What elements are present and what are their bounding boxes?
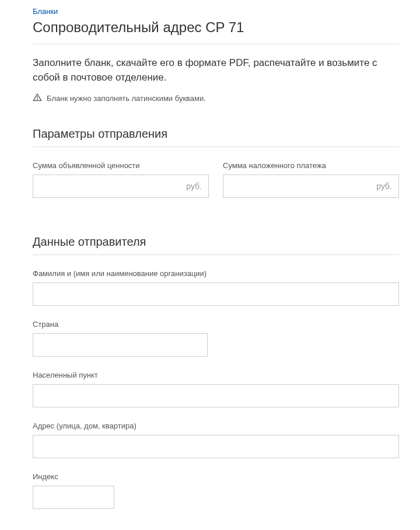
label-cod: Сумма наложенного платежа	[223, 161, 399, 170]
label-address: Адрес (улица, дом, квартира)	[33, 421, 399, 430]
label-country: Страна	[33, 320, 399, 329]
warning-icon	[33, 93, 42, 104]
instructions-text: Заполните бланк, скачайте его в формате …	[33, 56, 399, 85]
svg-point-1	[37, 99, 38, 100]
field-city: Населенный пункт	[33, 371, 399, 407]
field-declared-value: Сумма объявленной ценности руб.	[33, 161, 209, 198]
notice-text: Бланк нужно заполнять латинскими буквами…	[47, 94, 206, 103]
section-sender-title: Данные отправителя	[33, 235, 399, 255]
input-cod[interactable]	[223, 175, 399, 198]
input-name[interactable]	[33, 283, 399, 306]
input-city[interactable]	[33, 384, 399, 407]
input-declared-value[interactable]	[33, 175, 209, 198]
breadcrumb: Бланки	[33, 7, 399, 16]
label-name: Фамилия и (имя или наименование организа…	[33, 269, 399, 278]
section-shipping-title: Параметры отправления	[33, 127, 399, 147]
label-declared-value: Сумма объявленной ценности	[33, 161, 209, 170]
field-index: Индекс	[33, 472, 399, 509]
section-shipping: Параметры отправления Сумма объявленной …	[33, 127, 399, 212]
page-title: Сопроводительный адрес CP 71	[33, 19, 399, 44]
label-index: Индекс	[33, 472, 399, 481]
breadcrumb-link-forms[interactable]: Бланки	[33, 7, 58, 16]
input-index[interactable]	[33, 486, 114, 509]
field-cod: Сумма наложенного платежа руб.	[223, 161, 399, 198]
field-address: Адрес (улица, дом, квартира)	[33, 421, 399, 458]
section-sender: Данные отправителя Фамилия и (имя или на…	[33, 235, 399, 509]
input-country[interactable]	[33, 333, 208, 357]
input-address[interactable]	[33, 435, 399, 458]
field-name: Фамилия и (имя или наименование организа…	[33, 269, 399, 306]
label-city: Населенный пункт	[33, 371, 399, 379]
field-country: Страна	[33, 320, 399, 357]
notice: Бланк нужно заполнять латинскими буквами…	[33, 93, 399, 104]
